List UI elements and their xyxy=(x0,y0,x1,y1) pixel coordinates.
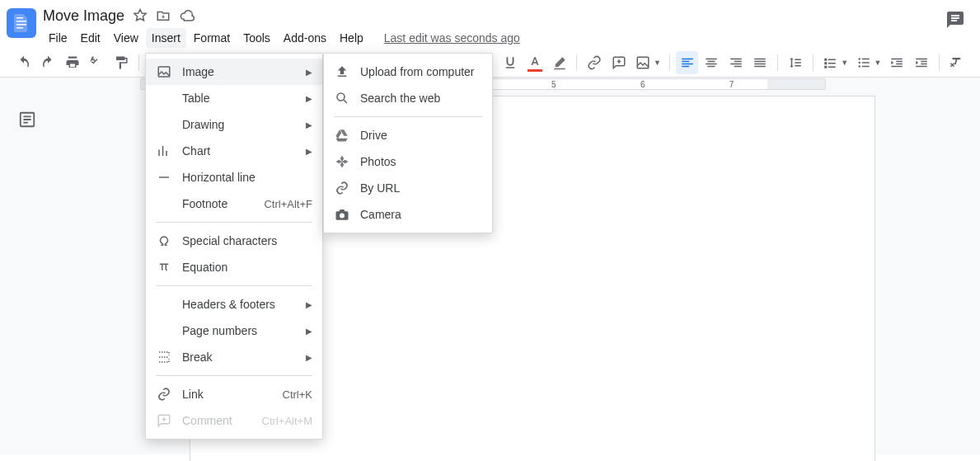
menu-separator xyxy=(156,285,312,286)
drive-icon xyxy=(334,128,350,143)
menu-equation[interactable]: Equation xyxy=(146,254,322,280)
menu-table[interactable]: Table ▶ xyxy=(146,85,322,111)
chevron-right-icon: ▶ xyxy=(306,120,312,129)
menu-tools[interactable]: Tools xyxy=(237,28,276,48)
redo-button[interactable] xyxy=(37,51,60,74)
insert-link-button[interactable] xyxy=(583,51,606,74)
chevron-right-icon: ▶ xyxy=(306,327,312,336)
bulleted-list-button[interactable] xyxy=(852,51,875,74)
menu-chart[interactable]: Chart ▶ xyxy=(146,138,322,164)
menu-label: By URL xyxy=(360,181,482,195)
insert-menu-panel: Image ▶ Table ▶ Drawing ▶ Chart ▶ Horizo… xyxy=(145,53,323,440)
svg-rect-0 xyxy=(637,57,649,68)
toolbar-separator xyxy=(777,54,778,71)
insert-image-button[interactable] xyxy=(631,51,654,74)
menu-image[interactable]: Image ▶ xyxy=(146,59,322,85)
increase-indent-button[interactable] xyxy=(910,51,933,74)
checklist-button[interactable] xyxy=(819,51,842,74)
submenu-photos[interactable]: Photos xyxy=(324,148,492,175)
ruler-mark: 7 xyxy=(729,79,734,89)
chevron-right-icon: ▶ xyxy=(306,94,312,103)
menu-label: Drawing xyxy=(182,118,296,131)
caret-icon[interactable]: ▼ xyxy=(654,59,661,67)
menu-label: Special characters xyxy=(182,234,312,247)
docs-logo[interactable] xyxy=(7,8,36,38)
app-header: Move Image File Edit View Insert Format … xyxy=(0,0,980,48)
move-icon[interactable] xyxy=(156,8,171,23)
toolbar-separator xyxy=(576,54,577,71)
menu-addons[interactable]: Add-ons xyxy=(278,28,332,48)
menu-label: Image xyxy=(182,65,296,78)
clear-formatting-button[interactable] xyxy=(945,51,968,74)
line-spacing-button[interactable] xyxy=(784,51,807,74)
menu-format[interactable]: Format xyxy=(188,28,236,48)
omega-icon xyxy=(156,233,172,248)
menu-label: Table xyxy=(182,92,296,105)
cloud-status-icon[interactable] xyxy=(179,8,195,23)
last-edit-link[interactable]: Last edit was seconds ago xyxy=(384,28,520,48)
svg-point-6 xyxy=(337,93,345,101)
ruler-mark: 5 xyxy=(551,79,556,89)
menu-link[interactable]: Link Ctrl+K xyxy=(146,381,322,407)
align-center-button[interactable] xyxy=(700,51,723,74)
align-justify-button[interactable] xyxy=(749,51,772,74)
align-left-button[interactable] xyxy=(676,51,699,74)
menu-file[interactable]: File xyxy=(43,28,73,48)
camera-icon xyxy=(334,207,350,222)
text-color-button[interactable] xyxy=(523,51,546,74)
align-right-button[interactable] xyxy=(724,51,748,74)
print-button[interactable] xyxy=(61,51,84,74)
menu-separator xyxy=(334,116,482,117)
document-outline-button[interactable] xyxy=(18,111,36,129)
search-icon xyxy=(334,91,350,106)
caret-icon[interactable]: ▼ xyxy=(874,59,882,67)
caret-icon[interactable]: ▼ xyxy=(841,59,848,67)
menu-footnote[interactable]: Footnote Ctrl+Alt+F xyxy=(146,191,322,217)
menu-label: Chart xyxy=(182,144,296,158)
submenu-drive[interactable]: Drive xyxy=(324,122,492,148)
menu-separator xyxy=(156,375,312,376)
menu-edit[interactable]: Edit xyxy=(75,28,106,48)
decrease-indent-button[interactable] xyxy=(886,51,909,74)
toolbar-separator xyxy=(138,54,139,71)
menu-view[interactable]: View xyxy=(108,28,144,48)
upload-icon xyxy=(334,64,350,79)
submenu-camera[interactable]: Camera xyxy=(324,201,492,228)
svg-point-3 xyxy=(858,65,860,67)
menu-label: Search the web xyxy=(360,92,482,105)
undo-button[interactable] xyxy=(12,51,35,74)
submenu-by-url[interactable]: By URL xyxy=(324,175,492,201)
toolbar-separator xyxy=(939,54,940,71)
menu-break[interactable]: Break ▶ xyxy=(146,344,322,370)
star-icon[interactable] xyxy=(133,8,148,23)
submenu-search-the-web[interactable]: Search the web xyxy=(324,85,492,111)
menu-shortcut: Ctrl+Alt+M xyxy=(262,415,312,427)
open-comments-button[interactable] xyxy=(940,5,970,35)
menu-headers-footers[interactable]: Headers & footers ▶ xyxy=(146,291,322,318)
menu-drawing[interactable]: Drawing ▶ xyxy=(146,111,322,138)
underline-button[interactable] xyxy=(499,51,523,74)
menu-label: Drive xyxy=(360,129,482,142)
add-comment-button[interactable] xyxy=(607,51,631,74)
paint-format-button[interactable] xyxy=(110,51,133,74)
menu-comment: Comment Ctrl+Alt+M xyxy=(146,407,322,434)
break-icon xyxy=(156,350,172,365)
highlight-color-button[interactable] xyxy=(548,51,571,74)
menu-special-characters[interactable]: Special characters xyxy=(146,228,322,254)
document-title[interactable]: Move Image xyxy=(43,7,124,25)
menu-shortcut: Ctrl+K xyxy=(283,388,312,401)
link-icon xyxy=(156,387,172,402)
submenu-upload-from-computer[interactable]: Upload from computer xyxy=(324,59,492,85)
chart-icon xyxy=(156,143,172,158)
pi-icon xyxy=(156,260,172,275)
menu-page-numbers[interactable]: Page numbers ▶ xyxy=(146,318,322,344)
title-area: Move Image File Edit View Insert Format … xyxy=(43,5,940,48)
menu-horizontal-line[interactable]: Horizontal line xyxy=(146,164,322,191)
menu-label: Headers & footers xyxy=(182,298,296,311)
menu-help[interactable]: Help xyxy=(334,28,369,48)
menu-label: Camera xyxy=(360,208,482,221)
spellcheck-button[interactable] xyxy=(86,51,109,74)
image-icon xyxy=(156,64,172,79)
menu-shortcut: Ctrl+Alt+F xyxy=(264,198,312,210)
menu-insert[interactable]: Insert xyxy=(146,28,186,48)
